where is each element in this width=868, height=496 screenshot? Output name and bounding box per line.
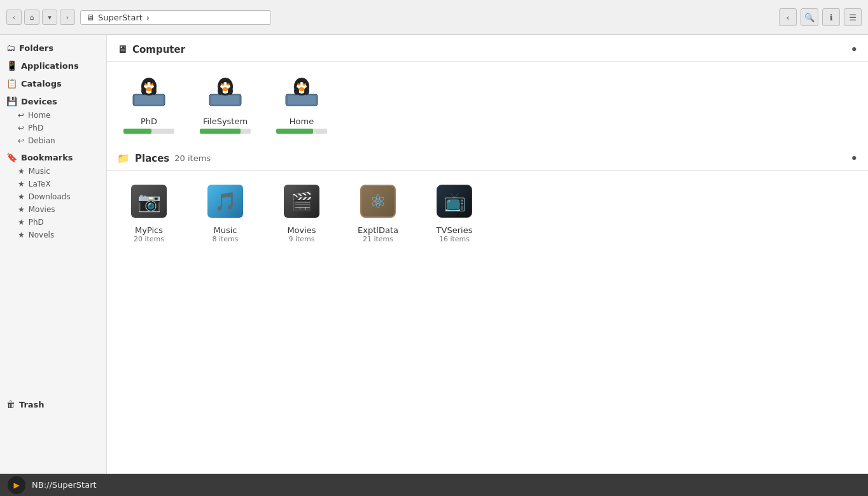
places-item-count: 20 items [174,153,211,163]
sidebar-item-novels[interactable]: ★ Novels [0,229,106,241]
trash-label: Trash [19,400,45,409]
drive-home-bar-container [276,129,327,134]
movies-folder-icon [284,185,319,218]
drive-phd-icon [130,75,168,110]
svg-rect-1 [135,96,163,104]
sidebar-item-music[interactable]: ★ Music [0,165,106,178]
places-section-menu[interactable]: • [850,152,858,165]
place-mypics[interactable]: MyPics 20 items [117,181,181,243]
svg-point-7 [141,87,146,95]
devices-label: Devices [21,97,57,106]
svg-point-19 [228,87,233,95]
search-button[interactable]: 🔍 [801,8,818,26]
svg-point-18 [218,87,223,95]
place-tvseries-label: TVSeries [437,225,473,235]
hamburger-icon: ☰ [849,13,857,22]
sidebar-item-movies[interactable]: ★ Movies [0,203,106,216]
computer-title-text: Computer [132,44,185,55]
home-sub-icon: ↩ [18,111,24,120]
phd-bm-star-icon: ★ [18,218,25,227]
computer-section-title: 🖥 Computer [117,43,185,55]
sidebar-item-devices[interactable]: 💾 Devices [0,94,106,109]
drive-phd-bar-container [123,129,174,134]
drive-home[interactable]: Home [270,72,333,134]
sidebar-item-home[interactable]: ↩ Home [0,109,106,122]
downloads-star-icon: ★ [18,192,25,201]
trash-icon: 🗑 [6,399,15,409]
svg-rect-23 [288,96,316,104]
drive-phd-bar [123,129,151,134]
place-music[interactable]: Music 8 items [193,181,257,243]
svg-point-31 [298,81,300,83]
sidebar-item-phd[interactable]: ↩ PhD [0,122,106,134]
nav-forward-button[interactable]: › [60,10,75,25]
downloads-label: Downloads [29,192,71,201]
folder-icon: 🗂 [6,43,15,53]
statusbar-path: NB://SuperStart [32,480,97,490]
drive-home-icon-container [281,72,322,113]
nav-home-button[interactable]: ⌂ [24,10,39,25]
drive-filesystem[interactable]: FileSystem [193,72,257,134]
sidebar: 🗂 Folders 📱 Applications 📋 Catalogs 💾 De… [0,35,107,474]
sidebar-item-trash[interactable]: 🗑 Trash [0,397,106,412]
sidebar-section-applications: 📱 Applications [0,58,106,73]
latex-label: LaTeX [29,180,51,188]
superstart-logo [8,476,25,494]
search-icon: 🔍 [804,13,815,22]
svg-point-20 [222,81,224,83]
movies-star-icon: ★ [18,205,25,214]
drive-filesystem-icon [206,75,244,110]
place-tvseries[interactable]: TVSeries 16 items [423,181,486,243]
place-movies[interactable]: Movies 9 items [270,181,333,243]
science-icon [360,185,396,218]
latex-star-icon: ★ [18,180,25,188]
path-bar[interactable]: 🖥 SuperStart › [80,10,271,25]
catalogs-label: Catalogs [21,79,62,89]
place-movies-label: Movies [287,225,316,235]
sidebar-item-latex[interactable]: ★ LaTeX [0,178,106,190]
drive-filesystem-label: FileSystem [203,117,248,126]
svg-point-9 [146,81,148,83]
place-music-icon-container [205,181,246,222]
catalogs-icon: 📋 [6,78,17,89]
computer-section-header: 🖥 Computer • [107,35,868,62]
place-exptldata-icon-container [358,181,398,222]
computer-section-menu[interactable]: • [850,43,858,56]
svg-point-30 [304,87,309,95]
nav-prev-button[interactable]: ‹ [779,8,797,26]
debian-sub-label: Debian [28,136,55,145]
phd-bm-label: PhD [29,218,44,227]
path-text: SuperStart [98,13,143,22]
sidebar-item-downloads[interactable]: ★ Downloads [0,190,106,203]
svg-point-28 [298,87,305,91]
menu-button[interactable]: ☰ [844,8,862,26]
sidebar-item-folders[interactable]: 🗂 Folders [0,40,106,55]
drive-phd[interactable]: PhD [117,72,181,134]
place-music-label: Music [214,225,237,235]
sidebar-item-catalogs[interactable]: 📋 Catalogs [0,76,106,91]
drive-phd-icon-container [129,72,169,113]
place-exptldata[interactable]: ExptlData 21 items [346,181,410,243]
drive-phd-label: PhD [141,117,157,126]
path-arrow-icon: › [146,13,150,22]
computer-icon: 🖥 [117,43,127,55]
sidebar-item-debian[interactable]: ↩ Debian [0,134,106,147]
places-icon: 📁 [117,152,130,164]
camera-icon [131,185,167,218]
computer-section: 🖥 Computer • [107,35,868,144]
drive-home-label: Home [290,117,314,126]
svg-point-17 [222,87,228,91]
titlebar: ‹ ⌂ ▾ › 🖥 SuperStart › ‹ 🔍 ℹ ☰ [0,0,868,35]
place-exptldata-label: ExptlData [358,225,398,235]
music-star-icon: ★ [18,167,25,176]
sidebar-item-applications[interactable]: 📱 Applications [0,58,106,73]
nav-back-button[interactable]: ‹ [6,10,22,25]
places-section-title: 📁 Places 20 items [117,152,211,164]
svg-point-10 [151,81,153,83]
sidebar-item-phd-bm[interactable]: ★ PhD [0,216,106,229]
place-mypics-count: 20 items [134,235,164,243]
content-area: 🖥 Computer • [107,35,868,474]
sidebar-item-bookmarks[interactable]: 🔖 Bookmarks [0,150,106,165]
nav-dropdown-button[interactable]: ▾ [42,10,57,25]
info-button[interactable]: ℹ [822,8,840,26]
